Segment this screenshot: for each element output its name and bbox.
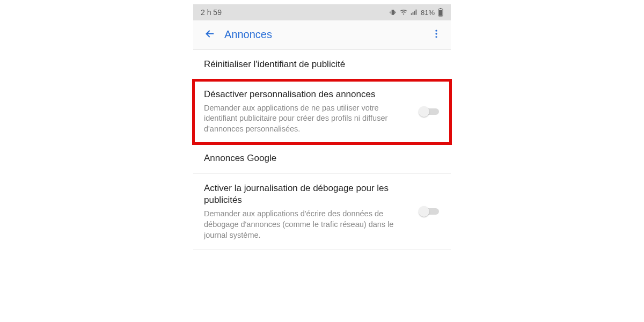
row-debug-logging[interactable]: Activer la journalisation de débogage po… [193, 174, 451, 250]
battery-icon [438, 8, 443, 17]
status-time: 2 h 59 [201, 8, 222, 17]
opt-out-toggle[interactable] [419, 106, 440, 118]
svg-point-5 [435, 36, 437, 38]
arrow-left-icon [204, 28, 216, 42]
signal-icon [410, 9, 418, 16]
row-opt-out-personalization[interactable]: Désactiver personnalisation des annonces… [193, 80, 451, 144]
svg-point-3 [435, 30, 437, 31]
row-google-ads[interactable]: Annonces Google [193, 144, 451, 174]
back-button[interactable] [201, 26, 219, 44]
row-title: Activer la journalisation de débogage po… [204, 182, 412, 207]
vibrate-icon [389, 9, 397, 16]
status-icons: 81% [389, 8, 443, 17]
row-title: Réinitialiser l'identifiant de publicité [204, 58, 440, 71]
row-subtitle: Demander aux applications d'écrire des d… [204, 209, 412, 240]
more-vertical-icon [431, 28, 442, 41]
svg-rect-1 [440, 8, 441, 9]
debug-toggle[interactable] [419, 206, 440, 217]
battery-percent: 81% [421, 9, 435, 17]
page-title: Annonces [224, 28, 427, 41]
overflow-menu-button[interactable] [427, 26, 445, 44]
row-subtitle: Demander aux applications de ne pas util… [204, 103, 412, 135]
row-title: Désactiver personnalisation des annonces [204, 89, 412, 101]
row-title: Annonces Google [204, 152, 440, 165]
settings-list: Réinitialiser l'identifiant de publicité… [193, 49, 451, 250]
svg-rect-2 [439, 10, 442, 16]
status-bar: 2 h 59 81% [193, 4, 451, 20]
wifi-icon [399, 9, 408, 16]
svg-point-4 [435, 33, 437, 34]
app-bar: Annonces [193, 20, 451, 49]
phone-frame: 2 h 59 81% Annonces [193, 4, 451, 250]
row-reset-ad-id[interactable]: Réinitialiser l'identifiant de publicité [193, 49, 451, 80]
